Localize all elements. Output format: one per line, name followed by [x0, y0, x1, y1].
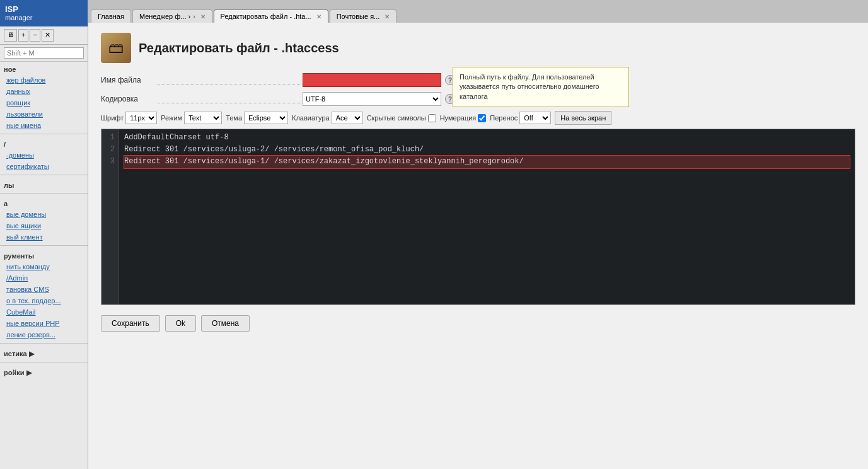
sidebar-tool-close[interactable]: ✕ [42, 29, 54, 41]
sidebar-item-new-mailboxes[interactable]: вые ящики [0, 220, 88, 231]
ok-button[interactable]: Ok [165, 315, 196, 332]
sidebar-item-databases[interactable]: данных [0, 86, 88, 97]
tab-home[interactable]: Главная [91, 9, 131, 23]
hidden-symbols-checkbox[interactable] [428, 114, 436, 122]
sidebar-section-main: ное [0, 62, 88, 74]
numbering-label: Нумерация [440, 114, 477, 122]
numbering-group: Нумерация [440, 114, 487, 122]
mode-select[interactable]: Text [184, 112, 222, 124]
sidebar-tool-remove[interactable]: − [30, 29, 40, 41]
code-line-1: AddDefaultCharset utf-8 [124, 132, 850, 144]
sidebar-section-slash: / [0, 137, 88, 149]
font-group: Шрифт 11px [101, 112, 157, 124]
sidebar-search-input[interactable] [4, 47, 84, 59]
page-icon: 🗃 [101, 33, 131, 63]
sidebar-item-backup[interactable]: ление резерв... [0, 329, 88, 340]
sidebar-item-new-client[interactable]: вый клиент [0, 231, 88, 243]
tab-edit-file-label: Редактировать файл - .hta... [221, 13, 311, 20]
sidebar-section-stats[interactable]: истика ▶ [0, 346, 88, 359]
tab-edit-file-close-icon[interactable]: ✕ [316, 13, 321, 20]
sidebar-item-provider[interactable]: ровщик [0, 97, 88, 108]
tab-edit-file[interactable]: Редактировать файл - .hta... ✕ [214, 9, 328, 23]
sidebar-item-new-domains[interactable]: вые домены [0, 209, 88, 220]
filename-dots [158, 76, 303, 84]
wrap-select[interactable]: Off [519, 112, 551, 124]
sidebar-item-certificates[interactable]: сертификаты [0, 161, 88, 172]
line-numbers: 1 2 3 [101, 129, 119, 304]
filename-label: Имя файла [101, 76, 158, 84]
font-select[interactable]: 11px [125, 112, 157, 124]
numbering-checkbox[interactable] [478, 114, 486, 122]
sidebar-tool-monitor[interactable]: 🖥 [4, 29, 17, 41]
code-editor[interactable]: 1 2 3 AddDefaultCharset utf-8 Redirect 3… [101, 129, 855, 305]
sidebar-search-container [0, 45, 88, 62]
hidden-symbols-group: Скрытые символы [367, 114, 436, 122]
hidden-symbols-label: Скрытые символы [367, 114, 426, 122]
fullscreen-button[interactable]: На весь экран [555, 111, 611, 125]
tab-mail[interactable]: Почтовые я... ✕ [330, 9, 397, 23]
sidebar-item-users[interactable]: льзователи [0, 108, 88, 120]
wrap-label: Перенос [490, 114, 518, 122]
sidebar-item-php-versions[interactable]: ные версии PHP [0, 318, 88, 329]
tab-file-manager-label: Менеджер ф... › [139, 13, 190, 20]
content-area: 🗃 Редактировать файл - .htaccess Имя фай… [88, 23, 868, 469]
main-area: Главная Менеджер ф... › › ✕ Редактироват… [88, 0, 868, 469]
page-title: Редактировать файл - .htaccess [139, 41, 339, 55]
sidebar-item-cubemail[interactable]: CubeMail [0, 306, 88, 318]
sidebar-item-subdomains[interactable]: -домены [0, 149, 88, 161]
keyboard-label: Клавиатура [292, 114, 330, 122]
wrap-group: Перенос Off [490, 112, 551, 124]
sidebar-section-files: лы [0, 178, 88, 190]
logo-text: ISPmanager [5, 5, 32, 21]
encoding-label: Кодировка [101, 95, 158, 103]
logo: ISPmanager [0, 0, 88, 26]
sidebar-item-file-manager[interactable]: жер файлов [0, 74, 88, 86]
filename-row: Имя файла ? Полный путь к файлу. Для пол… [101, 73, 855, 87]
sidebar-item-run-command[interactable]: нить команду [0, 261, 88, 272]
sidebar-item-support[interactable]: о в тех. поддер... [0, 295, 88, 306]
sidebar-item-admin[interactable]: /Admin [0, 272, 88, 284]
tab-mail-close-icon[interactable]: ✕ [385, 13, 390, 20]
line-num-3: 3 [105, 156, 115, 168]
sidebar-section-settings[interactable]: ройки ▶ [0, 365, 88, 378]
code-line-2: Redirect 301 /services/usluga-2/ /servic… [124, 144, 850, 156]
sidebar-item-domain-names[interactable]: ные имена [0, 120, 88, 131]
page-header: 🗃 Редактировать файл - .htaccess [101, 33, 855, 63]
action-buttons: Сохранить Ok Отмена [101, 315, 855, 332]
filename-input[interactable] [303, 73, 441, 87]
mode-label: Режим [161, 114, 182, 122]
tab-file-manager-close-icon[interactable]: ✕ [200, 13, 205, 20]
keyboard-group: Клавиатура Ace [292, 112, 363, 124]
line-num-2: 2 [105, 144, 115, 156]
sidebar-item-install-cms[interactable]: тановка CMS [0, 284, 88, 295]
sidebar-tool-add[interactable]: + [18, 29, 28, 41]
tab-file-manager[interactable]: Менеджер ф... › › ✕ [132, 9, 212, 23]
sidebar-section-a: а [0, 196, 88, 209]
theme-label: Тема [226, 114, 242, 122]
line-num-1: 1 [105, 132, 115, 144]
theme-select[interactable]: Eclipse [244, 112, 288, 124]
tooltip-text: Полный путь к файлу. Для пользователей у… [460, 73, 599, 100]
encoding-select[interactable]: UTF-8 [303, 92, 441, 106]
encoding-dots [158, 95, 303, 103]
logo-subtext: manager [5, 14, 32, 21]
cancel-button[interactable]: Отмена [201, 315, 250, 332]
code-line-3: Redirect 301 /services/usluga-1/ /servic… [124, 156, 850, 168]
save-button[interactable]: Сохранить [101, 315, 160, 332]
keyboard-select[interactable]: Ace [332, 112, 363, 124]
tab-mail-label: Почтовые я... [337, 13, 380, 20]
page-icon-emoji: 🗃 [108, 39, 124, 57]
sidebar-toolbar: 🖥 + − ✕ [0, 26, 88, 44]
tab-bar: Главная Менеджер ф... › › ✕ Редактироват… [88, 0, 868, 23]
filename-tooltip: Полный путь к файлу. Для пользователей у… [453, 67, 629, 107]
sidebar-section-tools: рументы [0, 248, 88, 261]
editor-toolbar: Шрифт 11px Режим Text Тема Eclipse Клави… [101, 111, 855, 125]
mode-group: Режим Text [161, 112, 222, 124]
font-label: Шрифт [101, 114, 124, 122]
sidebar: ISPmanager 🖥 + − ✕ ное жер файлов данных… [0, 0, 88, 469]
tab-arrow-icon: › [193, 13, 195, 20]
code-content[interactable]: AddDefaultCharset utf-8 Redirect 301 /se… [119, 129, 855, 304]
theme-group: Тема Eclipse [226, 112, 288, 124]
tab-home-label: Главная [98, 13, 124, 20]
